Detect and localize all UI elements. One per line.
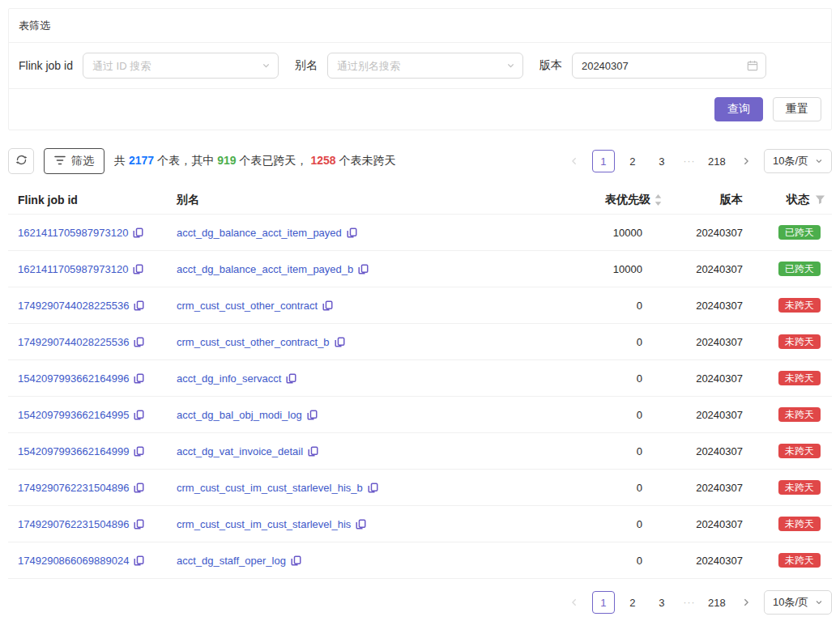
copy-icon[interactable] xyxy=(308,446,318,457)
flink-job-id-link[interactable]: 1749290762231504896 xyxy=(18,482,129,494)
page-button-2[interactable]: 2 xyxy=(621,591,644,614)
page-button-1[interactable]: 1 xyxy=(592,591,615,614)
summary-mid1: 个表，其中 xyxy=(157,154,214,167)
alias-link[interactable]: acct_dg_info_servacct xyxy=(177,372,281,385)
status-cell: 未跨天 xyxy=(743,480,832,495)
status-badge: 未跨天 xyxy=(778,480,821,495)
alias-link[interactable]: crm_cust_cust_im_cust_starlevel_his xyxy=(177,518,351,530)
page-button-last[interactable]: 218 xyxy=(706,150,728,172)
alias-link[interactable]: crm_cust_cust_other_contract xyxy=(177,300,318,312)
page-button-last[interactable]: 218 xyxy=(706,591,728,614)
flink-job-id-link[interactable]: 1542097993662164996 xyxy=(18,372,129,385)
prev-page-button[interactable] xyxy=(563,591,586,614)
summary-text: 共2177个表，其中919个表已跨天，1258个表未跨天 xyxy=(114,154,396,168)
next-page-button[interactable] xyxy=(735,591,757,614)
filter-actions-row: 查询 重置 xyxy=(9,88,831,130)
flink-job-id-link[interactable]: 1621411705987973120 xyxy=(18,263,128,275)
flink-job-id-link[interactable]: 1749290744028225536 xyxy=(18,336,129,348)
alias-link[interactable]: acct_dg_bal_obj_modi_log xyxy=(177,409,302,421)
flink-job-id-link[interactable]: 1749290762231504896 xyxy=(18,518,129,530)
copy-icon[interactable] xyxy=(335,337,345,347)
column-header-version: 版本 xyxy=(662,193,743,207)
page-size-select[interactable]: 10条/页 xyxy=(764,149,832,173)
copy-icon[interactable] xyxy=(134,555,144,566)
chevron-down-icon xyxy=(506,62,515,70)
alias-select[interactable] xyxy=(327,53,523,79)
filter-card-header: 表筛选 xyxy=(9,9,831,43)
alias-link[interactable]: acct_dg_staff_oper_log xyxy=(177,555,286,567)
flink-job-id-cell: 1542097993662164996 xyxy=(8,372,167,385)
alias-input[interactable] xyxy=(327,53,523,79)
copy-icon[interactable] xyxy=(322,300,333,311)
alias-link[interactable]: acct_dg_vat_invoice_detail xyxy=(177,445,303,457)
page-ellipsis[interactable]: ··· xyxy=(680,597,699,608)
prev-page-button[interactable] xyxy=(563,150,586,172)
total-count: 2177 xyxy=(129,154,154,167)
flink-job-id-link[interactable]: 1542097993662164995 xyxy=(18,409,129,421)
copy-icon[interactable] xyxy=(347,228,357,238)
alias-link[interactable]: acct_dg_balance_acct_item_payed xyxy=(177,227,342,239)
filter-toggle-button[interactable]: 筛选 xyxy=(44,148,104,174)
alias-cell: crm_cust_cust_other_contract xyxy=(167,300,556,312)
flink-job-id-link[interactable]: 1749290866069889024 xyxy=(18,555,129,567)
status-cell: 已跨天 xyxy=(743,262,832,276)
column-header-alias[interactable]: 别名 xyxy=(167,193,556,207)
alias-link[interactable]: crm_cust_cust_im_cust_starlevel_his_b xyxy=(177,482,363,494)
column-header-priority[interactable]: 表优先级 xyxy=(556,193,662,207)
copy-icon[interactable] xyxy=(134,410,144,420)
copy-icon[interactable] xyxy=(134,519,144,530)
page-button-2[interactable]: 2 xyxy=(621,150,644,172)
flink-job-id-select[interactable] xyxy=(83,53,279,79)
page-button-1[interactable]: 1 xyxy=(592,150,615,172)
alias-link[interactable]: crm_cust_cust_other_contract_b xyxy=(177,336,330,348)
status-badge: 已跨天 xyxy=(778,262,821,276)
flink-job-id-cell: 1749290744028225536 xyxy=(8,300,167,312)
copy-icon[interactable] xyxy=(286,373,296,384)
flink-job-id-link[interactable]: 1621411705987973120 xyxy=(18,227,128,239)
alias-label: 别名 xyxy=(295,58,318,73)
copy-icon[interactable] xyxy=(133,228,143,238)
column-header-status: 状态 xyxy=(743,193,832,207)
status-cell: 未跨天 xyxy=(743,517,832,531)
column-header-flink-job-id[interactable]: Flink job id xyxy=(8,194,167,206)
copy-icon[interactable] xyxy=(134,373,144,384)
priority-value: 0 xyxy=(556,445,662,457)
pagination-top: 1 2 3 ··· 218 10条/页 xyxy=(563,149,832,173)
page-ellipsis[interactable]: ··· xyxy=(680,155,699,167)
copy-icon[interactable] xyxy=(133,264,143,274)
flink-job-id-link[interactable]: 1749290744028225536 xyxy=(18,300,129,312)
copy-icon[interactable] xyxy=(358,264,369,274)
version-date-picker[interactable] xyxy=(572,53,766,79)
filter-funnel-icon[interactable] xyxy=(815,194,825,205)
copy-icon[interactable] xyxy=(307,410,318,420)
uncrossed-count: 1258 xyxy=(311,154,336,167)
priority-value: 0 xyxy=(556,409,662,421)
flink-job-id-link[interactable]: 1542097993662164999 xyxy=(18,445,129,457)
sort-icon[interactable] xyxy=(655,194,662,206)
search-button[interactable]: 查询 xyxy=(714,97,763,121)
summary-prefix: 共 xyxy=(114,154,126,167)
copy-icon[interactable] xyxy=(134,483,144,493)
status-badge: 未跨天 xyxy=(778,517,821,531)
alias-link[interactable]: acct_dg_balance_acct_item_payed_b xyxy=(177,263,353,275)
copy-icon[interactable] xyxy=(134,300,144,311)
next-page-button[interactable] xyxy=(735,150,757,172)
status-cell: 未跨天 xyxy=(743,371,832,385)
status-badge: 未跨天 xyxy=(778,334,821,349)
copy-icon[interactable] xyxy=(368,483,378,493)
page-button-3[interactable]: 3 xyxy=(650,591,673,614)
flink-job-id-cell: 1749290762231504896 xyxy=(8,482,167,494)
table: Flink job id 别名 表优先级 版本 状态 1621411705987… xyxy=(8,185,832,579)
status-cell: 已跨天 xyxy=(743,225,832,240)
refresh-button[interactable] xyxy=(8,148,34,174)
page-button-3[interactable]: 3 xyxy=(650,150,673,172)
version-value: 20240307 xyxy=(662,263,743,275)
copy-icon[interactable] xyxy=(291,555,301,566)
version-input[interactable] xyxy=(572,53,766,79)
reset-button[interactable]: 重置 xyxy=(773,97,821,121)
copy-icon[interactable] xyxy=(356,519,366,530)
page-size-select[interactable]: 10条/页 xyxy=(764,590,832,615)
flink-job-id-input[interactable] xyxy=(83,53,279,79)
copy-icon[interactable] xyxy=(134,337,144,347)
copy-icon[interactable] xyxy=(134,446,144,457)
